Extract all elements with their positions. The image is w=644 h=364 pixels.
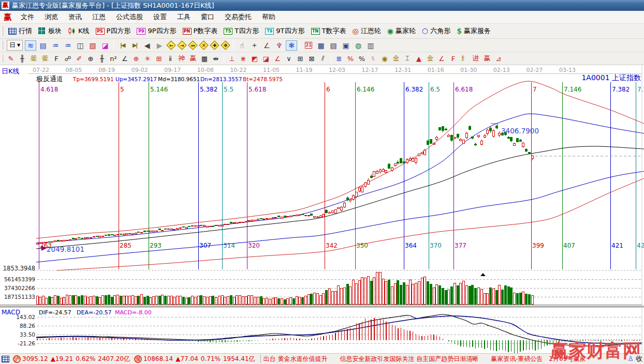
candle-style[interactable]: ◫ [75,40,86,51]
toolbar-行情[interactable]: 行情 [6,25,34,37]
gold-line[interactable]: 金 [391,54,401,64]
fan-box1[interactable]: ◩ [250,54,260,64]
mirror-tool[interactable]: ∠ [120,54,130,64]
scale-tool[interactable]: ╫ [97,54,107,64]
compress[interactable]: ✕ [200,41,208,49]
fibo-grid[interactable]: F [51,54,62,64]
gann-brush[interactable]: ❃ [286,40,297,51]
news-ticker[interactable]: 出台 黄金水道价值提升 信息安全新政引发国际关注 自主国产趋势日渐清晰 赢家资讯… [264,355,586,363]
wave3-tool[interactable]: ♒ [50,40,61,51]
compass-tool[interactable]: ⊕ [85,54,96,64]
toolbar-赢家轮[interactable]: ◉赢家轮 [385,25,418,37]
silk-gold[interactable]: 纟 [459,54,470,64]
toolbar-9P四方形[interactable]: P99P四方形 [135,25,178,37]
starburst-tool[interactable]: ✳ [142,54,153,64]
zoom-in[interactable]: ✚ [211,41,218,49]
save-tool[interactable]: ▣ [340,40,352,51]
grid-box[interactable]: ⊞ [295,54,305,64]
pan-tool[interactable]: ☝ [236,40,247,51]
beam-tool[interactable]: ⌶ [402,54,413,64]
jin-tool[interactable]: 进 [471,54,481,64]
wave-marks[interactable]: ⅱ [165,54,175,64]
menu-2[interactable]: 资讯 [63,11,87,23]
shift-right[interactable]: → [178,41,186,49]
notes-tool[interactable]: ▤ [328,40,339,51]
red-compass[interactable]: ⊕ [131,54,141,64]
ying-tool[interactable]: 赢 [482,54,492,64]
toolbar-板块[interactable]: 板块 [36,25,64,37]
marker-pen[interactable]: ✐ [74,54,84,64]
zigzag-tool[interactable]: ∨ [284,54,294,64]
menu-6[interactable]: 工具 [172,11,196,23]
percent-tool[interactable]: % [357,54,367,64]
f-angle[interactable]: ₣ [448,54,458,64]
crosshair-tool[interactable]: ＋ [248,40,260,51]
tri-tool[interactable]: ⊿ [493,54,504,64]
percent-lines[interactable]: ﹪ [368,54,378,64]
win-grid[interactable]: 赢 [188,54,198,64]
toolbar-六角形[interactable]: ⬡六角形 [420,25,452,37]
export-tool[interactable]: ◍ [353,40,364,51]
pen-tool[interactable]: ✎ [6,54,16,64]
tsquare-tool[interactable]: ⊥ [227,54,237,64]
shift-left[interactable]: ← [167,41,175,49]
menu-7[interactable]: 窗口 [196,11,219,23]
toolbar-江恩轮[interactable]: ◎江恩轮 [350,25,383,37]
next-bar[interactable]: ▶ [154,40,165,51]
percent-red[interactable]: % [345,54,356,64]
toolbar-P数字表[interactable]: PNP数字表 [181,25,220,37]
prev-bar[interactable]: ◀ [141,40,153,51]
span-tool[interactable]: ⇹ [211,54,221,64]
wave9-tool[interactable]: ♒ [62,40,74,51]
angle-lines[interactable]: ∠ [272,54,283,64]
print-tool[interactable]: ▥ [365,40,376,51]
zoom-all[interactable]: ✥ [222,41,229,49]
square-numbers[interactable]: n² [108,54,119,64]
kline-chart[interactable]: 07-2208-0508-1909-0209-1710-0810-2211-05… [0,65,644,353]
toolbar-K线[interactable]: K线 [66,25,92,37]
number-grid[interactable]: ▦ [199,54,210,64]
toolbar-T四方形[interactable]: TST四方形 [222,25,261,37]
ruler-tool[interactable]: ╫ [17,54,27,64]
menu-0[interactable]: 文件 [16,11,39,23]
first-bar[interactable]: |◀ [116,40,128,51]
toolbar-赢家服务[interactable]: $赢家服务 [455,25,493,37]
toolbar-T数字表[interactable]: TNT数字表 [309,25,348,37]
calculator-tool[interactable]: ▦ [315,40,327,51]
angle-tool[interactable]: ∠ [261,40,272,51]
menu-9[interactable]: 帮助 [257,11,281,23]
red-grid[interactable]: ⊞ [154,54,164,64]
ray-fan[interactable]: ⋇ [238,54,248,64]
gold-gauge2[interactable]: 釜 [40,54,50,64]
menu-5[interactable]: 设置 [148,11,172,23]
j-angle[interactable]: ∠ [436,54,447,64]
spiral-tool[interactable]: ☍ [63,54,73,64]
quote-grid-icon[interactable] [2,356,9,362]
date-axis: 07-2208-0508-1909-0209-1710-0810-2211-05… [28,67,642,74]
channel-tool[interactable]: ≋ [25,40,36,51]
svg-text:09-02: 09-02 [131,67,148,73]
menu-1[interactable]: 浏览 [39,11,63,23]
colored-chart[interactable]: ◪ [99,40,111,51]
gold-gauge1[interactable]: 釜 [28,54,39,64]
pattern-tool[interactable]: ▧ [87,40,98,51]
toolbar-P四方形[interactable]: PSP四方形 [94,25,133,37]
parallel-lines[interactable]: ⫽ [318,54,328,64]
toolbar-9T四方形[interactable]: T99T四方形 [263,25,306,37]
arrow-up-tool[interactable]: ▲ [414,54,424,64]
menu-3[interactable]: 江恩 [87,11,111,23]
menu-4[interactable]: 公式选股 [111,11,148,23]
grid-box2[interactable]: ⊠ [306,54,317,64]
menu-8[interactable]: 交易委托 [219,11,257,23]
fork-tool[interactable]: ♆ [273,40,285,51]
fan-box2[interactable]: ◪ [261,54,271,64]
shen-grid[interactable]: 神 [177,54,187,64]
expand-h[interactable]: ↔ [189,41,197,49]
gold-circle[interactable]: ◉ [379,54,390,64]
gold-box[interactable]: 金 [425,54,435,64]
last-bar[interactable]: ▶| [129,40,140,51]
list-tool[interactable]: ▤ [37,40,49,51]
calendar-tool[interactable]: 21 [303,40,314,51]
period-selector[interactable]: 日▼ [7,40,23,51]
levels-tool[interactable]: ≣ [334,54,344,64]
